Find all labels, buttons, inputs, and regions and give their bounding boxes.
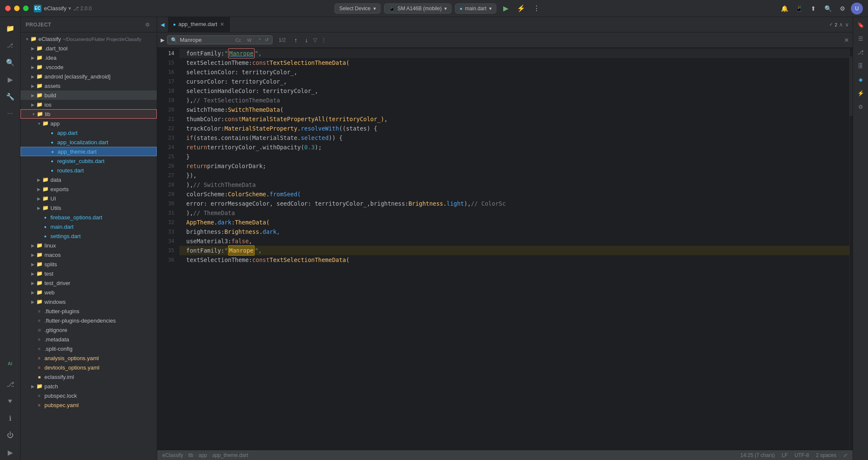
tree-item-ios[interactable]: ▶ 📁 ios	[21, 100, 157, 109]
tree-item-app-dart[interactable]: ▶ ● app.dart	[21, 128, 157, 137]
status-encoding[interactable]: UTF-8	[795, 452, 809, 458]
sidebar-icon-plugins[interactable]: 🔧	[3, 89, 18, 104]
tree-item-ui[interactable]: ▶ 📁 UI	[21, 194, 157, 203]
sidebar-icon-run[interactable]: ▶	[3, 72, 18, 87]
notifications-button[interactable]: 🔔	[778, 3, 790, 15]
right-icon-db[interactable]: 🗄	[855, 60, 867, 72]
maximize-button[interactable]	[23, 6, 29, 11]
minimize-button[interactable]	[14, 6, 20, 11]
go-back-button[interactable]: ◀	[157, 17, 168, 32]
tree-item-splits[interactable]: ▶ 📁 splits	[21, 259, 157, 269]
search-whole-word[interactable]: W	[245, 37, 253, 43]
tree-item-assets[interactable]: ▶ 📁 assets	[21, 81, 157, 90]
code-content[interactable]: fontFamily: "Manrope", textSelectionThem…	[179, 48, 849, 450]
tree-item-linux[interactable]: ▶ 📁 linux	[21, 241, 157, 250]
tab-app-theme[interactable]: ● app_theme.dart ✕	[168, 17, 230, 32]
search-regex[interactable]: .*	[256, 37, 262, 43]
minimap-thumb[interactable]	[850, 56, 853, 116]
right-icon-plugin[interactable]: ◈	[855, 73, 867, 85]
tree-item-app-localization[interactable]: ▶ ● app_localization.dart	[21, 137, 157, 147]
tree-item-app-theme[interactable]: ▶ ● app_theme.dart	[21, 147, 157, 156]
run-button[interactable]: ▶	[500, 3, 512, 15]
tree-item-patch[interactable]: ▶ 📁 patch	[21, 381, 157, 391]
sidebar-icon-play2[interactable]: ▶	[3, 445, 18, 460]
tree-item-app[interactable]: ▾ 📁 app	[21, 119, 157, 128]
tree-item-pubspec-yaml[interactable]: ▶ ≡ pubspec.yaml	[21, 400, 157, 410]
close-button[interactable]	[5, 6, 11, 11]
breadcrumb-item-file[interactable]: app_theme.dart	[212, 452, 248, 458]
settings-button[interactable]: ⚙	[836, 3, 848, 15]
tree-item-flutter-plugins[interactable]: ▶ ≡ .flutter-plugins	[21, 306, 157, 316]
tree-item-devtools[interactable]: ▶ ≡ devtools_options.yaml	[21, 363, 157, 372]
app-menu[interactable]: ▾	[68, 5, 71, 12]
right-icon-structure[interactable]: ☰	[855, 32, 867, 44]
tree-item-macos[interactable]: ▶ 📁 macos	[21, 250, 157, 259]
main-dart-selector[interactable]: ● main.dart ▾	[455, 3, 496, 14]
tree-item-root[interactable]: ▾ 📁 eClassify ~/Documents/Flutter Projec…	[21, 34, 157, 44]
tree-item-register-cubits[interactable]: ▶ ● register_cubits.dart	[21, 156, 157, 166]
tree-item-gitignore[interactable]: ▶ ⊘ .gitignore	[21, 325, 157, 335]
tree-item-utils[interactable]: ▶ 📁 Utils	[21, 203, 157, 213]
sidebar-icon-more[interactable]: ···	[3, 106, 18, 121]
tree-item-dart-tool[interactable]: ▶ 📁 .dart_tool	[21, 44, 157, 53]
tree-item-metadata[interactable]: ▶ ≡ .metadata	[21, 335, 157, 344]
search-close-button[interactable]: ✕	[844, 37, 849, 44]
right-icon-bookmark[interactable]: 🔖	[855, 19, 867, 31]
tree-item-routes[interactable]: ▶ ● routes.dart	[21, 166, 157, 175]
tree-item-vscode[interactable]: ▶ 📁 .vscode	[21, 62, 157, 72]
tree-item-settings[interactable]: ▶ ● settings.dart	[21, 231, 157, 241]
tree-item-test[interactable]: ▶ 📁 test	[21, 269, 157, 278]
search-collapse-arrow[interactable]: ▶	[161, 37, 164, 43]
search-filter[interactable]: ▽	[313, 37, 317, 43]
tree-item-pubspec-lock[interactable]: ▶ ≡ pubspec.lock	[21, 391, 157, 400]
sidebar-icon-vcs[interactable]: ⎇	[3, 38, 18, 53]
upload-button[interactable]: ⬆	[807, 3, 819, 15]
sidebar-icon-search[interactable]: 🔍	[3, 55, 18, 70]
sidebar-icon-folder[interactable]: 📁	[3, 20, 18, 36]
gutter-down[interactable]: ∨	[845, 21, 849, 28]
breadcrumb-item-lib[interactable]: lib	[188, 452, 194, 458]
tree-item-idea[interactable]: ▶ 📁 .idea	[21, 53, 157, 62]
tree-item-web[interactable]: ▶ 📁 web	[21, 288, 157, 297]
tree-item-main[interactable]: ▶ ● main.dart	[21, 222, 157, 231]
search-button[interactable]: 🔍	[822, 3, 834, 15]
status-expand[interactable]: ⤢	[843, 452, 847, 458]
tree-item-firebase[interactable]: ▶ ● firebase_options.dart	[21, 213, 157, 222]
breadcrumb-item-root[interactable]: eClassify	[162, 452, 183, 458]
search-match-case[interactable]: Cc	[234, 37, 243, 43]
search-prev[interactable]: ↑	[292, 36, 300, 44]
tree-item-data[interactable]: ▶ 📁 data	[21, 175, 157, 184]
tree-item-eclassify-iml[interactable]: ▶ ■ eclassify.iml	[21, 372, 157, 381]
sidebar-icon-ai[interactable]: AI	[3, 356, 18, 371]
tree-item-build[interactable]: ▶ 📁 build	[21, 90, 157, 100]
sidebar-icon-heart[interactable]: ♥	[3, 393, 18, 409]
version-label[interactable]: ⎇ 2.0.0	[73, 6, 92, 12]
more-options-button[interactable]: ⋮	[531, 3, 542, 15]
search-next[interactable]: ↓	[302, 36, 311, 44]
panel-settings[interactable]: ⚙	[143, 20, 152, 29]
right-icon-wifi[interactable]: ⚡	[855, 87, 867, 99]
breadcrumb-item-app[interactable]: app	[199, 452, 207, 458]
tree-item-split-config[interactable]: ▶ ≡ .split-config	[21, 344, 157, 353]
tree-item-flutter-plugins-dep[interactable]: ▶ ≡ .flutter-plugins-dependencies	[21, 316, 157, 325]
build-button[interactable]: ⚡	[515, 3, 527, 15]
device-selector[interactable]: 📱 SM A146B (mobile) ▾	[384, 3, 452, 14]
sidebar-icon-info[interactable]: ℹ	[3, 411, 18, 426]
tree-item-android[interactable]: ▶ 📁 android [eclassify_android]	[21, 72, 157, 81]
select-device-button[interactable]: Select Device ▾	[334, 3, 380, 14]
gutter-up[interactable]: ∧	[839, 21, 843, 28]
avatar[interactable]: U	[851, 3, 863, 15]
search-input[interactable]	[180, 37, 231, 43]
right-icon-vcs[interactable]: ⎇	[855, 46, 867, 58]
search-options[interactable]: ⋮	[321, 37, 326, 43]
tab-close-button[interactable]: ✕	[220, 21, 224, 27]
sidebar-icon-git[interactable]: ⎇	[3, 376, 18, 392]
tree-item-lib[interactable]: ▾ 📁 lib	[21, 109, 157, 119]
tree-item-windows[interactable]: ▶ 📁 windows	[21, 297, 157, 306]
search-refresh[interactable]: ↺	[265, 37, 269, 43]
tree-item-test-driver[interactable]: ▶ 📁 test_driver	[21, 278, 157, 288]
status-indent[interactable]: 2 spaces	[816, 452, 836, 458]
tree-item-analysis[interactable]: ▶ ≡ analysis_options.yaml	[21, 353, 157, 363]
sidebar-icon-power[interactable]: ⏻	[3, 428, 18, 443]
right-icon-settings2[interactable]: ⚙	[855, 101, 867, 113]
